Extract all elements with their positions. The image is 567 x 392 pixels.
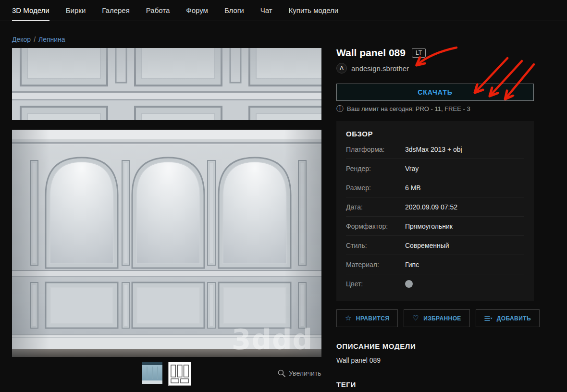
- nav-item-birki[interactable]: Бирки: [58, 0, 94, 21]
- overview-row-material: Материал: Гипс: [346, 255, 524, 274]
- nav-item-work[interactable]: Работа: [138, 0, 178, 21]
- overview-row-color: Цвет:: [346, 274, 524, 294]
- color-swatch: [405, 280, 413, 288]
- author-link[interactable]: Λ andesign.sbrother: [336, 63, 409, 74]
- overview-row-style: Стиль: Современный: [346, 236, 524, 255]
- like-button[interactable]: ☆ НРАВИТСЯ: [336, 309, 398, 327]
- daily-limit-text: Ваш лимит на сегодня: PRO - 11, FREE - 3: [347, 105, 470, 112]
- nav-item-chat[interactable]: Чат: [252, 0, 281, 21]
- nav-item-label: Бирки: [66, 0, 86, 21]
- action-buttons: ☆ НРАВИТСЯ ♡ ИЗБРАННОЕ ДОБАВИТЬ: [336, 309, 540, 327]
- row-label: Цвет:: [346, 280, 405, 288]
- magnifier-icon: [278, 369, 285, 377]
- overview-row-render: Рендер: Vray: [346, 159, 524, 178]
- row-value: 3dsMax 2013 + obj: [405, 146, 462, 153]
- favorite-label: ИЗБРАННОЕ: [423, 315, 461, 322]
- breadcrumb-separator: /: [34, 36, 36, 43]
- star-icon: ☆: [345, 315, 352, 322]
- row-label: Размер:: [346, 184, 405, 192]
- row-value: 2020.09.09 07:52: [405, 203, 457, 211]
- nav-item-buy-models[interactable]: Купить модели: [281, 0, 347, 21]
- thumbnail-row: [12, 362, 321, 386]
- zoom-label: Увеличить: [289, 369, 321, 377]
- nav-item-label: Купить модели: [289, 0, 339, 21]
- row-label: Материал:: [346, 261, 405, 269]
- nav-item-label: 3D Модели: [12, 0, 49, 21]
- preview-image-main[interactable]: 3ddd: [12, 130, 321, 357]
- nav-item-gallery[interactable]: Галерея: [94, 0, 138, 21]
- zoom-control[interactable]: Увеличить: [278, 369, 321, 377]
- row-label: Стиль:: [346, 242, 405, 249]
- top-nav: 3D Модели Бирки Галерея Работа Форум Бло…: [0, 0, 567, 21]
- nav-item-blogs[interactable]: Блоги: [216, 0, 252, 21]
- thumbnail-2-selected[interactable]: [168, 362, 191, 386]
- row-label: Рендер:: [346, 165, 405, 172]
- overview-row-platform: Платформа: 3dsMax 2013 + obj: [346, 140, 524, 159]
- product-title-row: Wall panel 089 LT: [336, 47, 426, 59]
- avatar: Λ: [336, 63, 347, 74]
- row-label: Формфактор:: [346, 222, 405, 230]
- row-label: Платформа:: [346, 146, 405, 153]
- info-icon: ⓘ: [336, 105, 344, 112]
- row-value: 6 MB: [405, 184, 421, 192]
- heart-icon: ♡: [412, 315, 419, 322]
- add-label: ДОБАВИТЬ: [497, 315, 531, 322]
- row-value: Гипс: [405, 261, 419, 269]
- overview-row-size: Размер: 6 MB: [346, 178, 524, 197]
- nav-item-label: Форум: [186, 0, 208, 21]
- breadcrumb-lepnina[interactable]: Лепнина: [38, 36, 65, 43]
- download-button[interactable]: СКАЧАТЬ: [336, 84, 534, 101]
- nav-item-label: Блоги: [224, 0, 244, 21]
- description-title: ОПИСАНИЕ МОДЕЛИ: [336, 342, 416, 350]
- nav-item-label: Работа: [146, 0, 170, 21]
- thumbnail-1[interactable]: [142, 362, 162, 384]
- preview-image-strip[interactable]: [12, 48, 321, 120]
- nav-item-forum[interactable]: Форум: [178, 0, 216, 21]
- add-list-icon: [484, 316, 493, 321]
- description-text: Wall panel 089: [336, 356, 381, 364]
- overview-title: ОБЗОР: [346, 130, 524, 138]
- like-label: НРАВИТСЯ: [356, 315, 389, 322]
- nav-item-label: Галерея: [102, 0, 130, 21]
- breadcrumb-decor[interactable]: Декор: [12, 36, 31, 43]
- row-value: Прямоугольник: [405, 222, 453, 230]
- daily-limit: ⓘ Ваш лимит на сегодня: PRO - 11, FREE -…: [336, 105, 470, 112]
- nav-item-3d-models[interactable]: 3D Модели: [12, 0, 58, 21]
- overview-row-date: Дата: 2020.09.09 07:52: [346, 197, 524, 217]
- row-value: Современный: [405, 242, 449, 249]
- favorite-button[interactable]: ♡ ИЗБРАННОЕ: [404, 309, 470, 327]
- breadcrumb: Декор / Лепнина: [12, 36, 65, 43]
- nav-item-label: Чат: [260, 0, 272, 21]
- author-name: andesign.sbrother: [351, 64, 409, 73]
- overview-row-formfactor: Формфактор: Прямоугольник: [346, 217, 524, 236]
- page-title: Wall panel 089: [336, 47, 406, 59]
- tags-title: ТЕГИ: [336, 380, 356, 389]
- row-value: Vray: [405, 165, 419, 172]
- overview-panel: ОБЗОР Платформа: 3dsMax 2013 + obj Ренде…: [336, 121, 534, 301]
- row-label: Дата:: [346, 203, 405, 211]
- download-label: СКАЧАТЬ: [418, 88, 453, 96]
- lt-badge: LT: [412, 48, 426, 58]
- add-to-collection-button[interactable]: ДОБАВИТЬ: [476, 309, 540, 327]
